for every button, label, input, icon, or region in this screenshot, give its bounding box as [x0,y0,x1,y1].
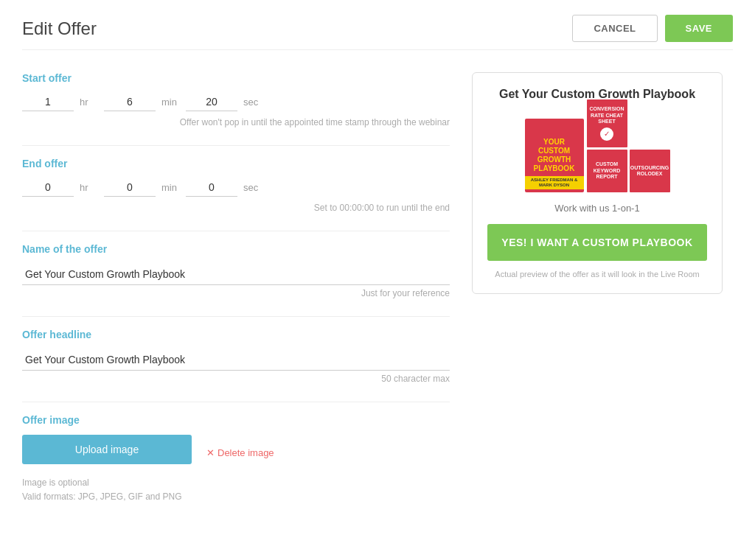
start-offer-time-row: hr min sec [22,93,450,111]
end-offer-time-row: hr min sec [22,178,450,197]
end-sec-unit: sec [243,182,262,193]
name-of-offer-section: Name of the offer Just for your referenc… [22,243,450,298]
image-optional-text: Image is optional [22,476,450,490]
start-hr-unit: hr [80,97,98,108]
header-actions: CANCEL SAVE [572,15,733,42]
start-hr-input[interactable] [22,93,74,111]
offer-headline-label: Offer headline [22,329,450,340]
preview-card: Get Your Custom Growth Playbook YOURCUST… [472,72,723,294]
name-of-offer-label: Name of the offer [22,243,450,255]
upload-row: Upload image ✕ Delete image [22,435,450,470]
end-min-unit: min [161,182,180,193]
end-offer-hint: Set to 00:00:00 to run until the end [22,203,450,213]
preview-subtext: Work with us 1-on-1 [487,203,707,214]
end-offer-label: End offer [22,158,450,169]
name-of-offer-hint: Just for your reference [22,288,450,298]
name-of-offer-input[interactable] [22,264,450,285]
start-min-unit: min [161,97,180,108]
upload-image-button[interactable]: Upload image [22,435,192,464]
main-content: Start offer hr min sec Offer won't pop i… [22,72,733,522]
end-hr-input[interactable] [22,178,74,197]
book-covers: YOURCUSTOMGROWTHPLAYBOOK ASHLEY FRIEDMAN… [487,111,707,192]
close-icon: ✕ [206,447,215,458]
end-sec-input[interactable] [186,178,237,197]
delete-image-link[interactable]: ✕ Delete image [206,447,274,458]
end-min-input[interactable] [104,178,156,197]
end-offer-section: End offer hr min sec Set to 00:00:00 to … [22,158,450,213]
offer-image-section: Offer image Upload image ✕ Delete image … [22,414,450,504]
cancel-button[interactable]: CANCEL [572,15,657,42]
page-header: Edit Offer CANCEL SAVE [22,15,733,50]
offer-headline-section: Offer headline 50 character max [22,329,450,384]
start-sec-unit: sec [243,97,262,108]
start-min-input[interactable] [104,93,156,111]
image-notes: Image is optional Valid formats: JPG, JP… [22,476,450,504]
start-offer-hint: Offer won't pop in until the appointed t… [22,117,450,127]
book-main: YOURCUSTOMGROWTHPLAYBOOK ASHLEY FRIEDMAN… [525,119,584,192]
offer-image-label: Offer image [22,414,450,426]
start-offer-label: Start offer [22,72,450,84]
preview-cta-button[interactable]: YES! I WANT A CUSTOM PLAYBOOK [487,224,707,261]
save-button[interactable]: SAVE [665,15,733,42]
right-panel: Get Your Custom Growth Playbook YOURCUST… [472,72,723,522]
offer-headline-input[interactable] [22,349,450,371]
start-sec-input[interactable] [186,93,237,111]
start-offer-section: Start offer hr min sec Offer won't pop i… [22,72,450,127]
left-panel: Start offer hr min sec Offer won't pop i… [22,72,450,522]
offer-headline-hint: 50 character max [22,374,450,384]
end-hr-unit: hr [80,182,98,193]
preview-footnote: Actual preview of the offer as it will l… [487,270,707,279]
valid-formats-text: Valid formats: JPG, JPEG, GIF and PNG [22,490,450,504]
page-title: Edit Offer [22,18,97,39]
